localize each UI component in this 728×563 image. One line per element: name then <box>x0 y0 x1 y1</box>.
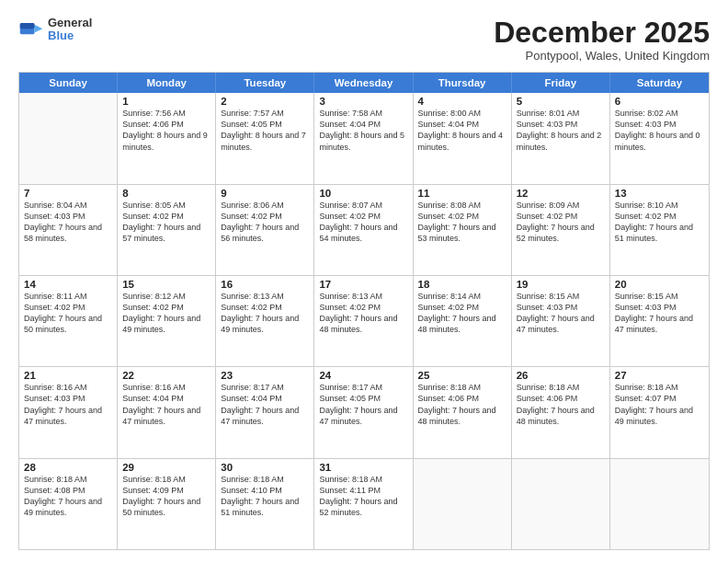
svg-marker-1 <box>35 25 43 33</box>
day-cell: 1Sunrise: 7:56 AM Sunset: 4:06 PM Daylig… <box>118 93 216 183</box>
day-cell: 6Sunrise: 8:02 AM Sunset: 4:03 PM Daylig… <box>610 93 709 183</box>
day-info: Sunrise: 8:18 AM Sunset: 4:06 PM Dayligh… <box>418 382 506 427</box>
day-number: 9 <box>221 188 309 199</box>
day-cell: 19Sunrise: 8:15 AM Sunset: 4:03 PM Dayli… <box>512 276 610 366</box>
calendar: SundayMondayTuesdayWednesdayThursdayFrid… <box>18 72 710 550</box>
page: General Blue December 2025 Pontypool, Wa… <box>0 0 728 563</box>
day-cell <box>610 459 709 549</box>
day-number: 26 <box>517 370 605 381</box>
day-number: 23 <box>221 370 309 381</box>
day-number: 2 <box>221 96 309 107</box>
day-number: 18 <box>418 279 506 290</box>
week-row-5: 28Sunrise: 8:18 AM Sunset: 4:08 PM Dayli… <box>19 459 709 549</box>
day-info: Sunrise: 8:10 AM Sunset: 4:02 PM Dayligh… <box>615 200 704 245</box>
day-number: 25 <box>418 370 506 381</box>
day-info: Sunrise: 8:13 AM Sunset: 4:02 PM Dayligh… <box>221 291 309 336</box>
day-number: 11 <box>418 188 506 199</box>
day-number: 21 <box>24 370 112 381</box>
day-number: 22 <box>122 370 210 381</box>
day-info: Sunrise: 8:02 AM Sunset: 4:03 PM Dayligh… <box>615 108 704 153</box>
day-info: Sunrise: 7:57 AM Sunset: 4:05 PM Dayligh… <box>221 108 309 153</box>
day-info: Sunrise: 8:15 AM Sunset: 4:03 PM Dayligh… <box>615 291 704 336</box>
week-row-1: 1Sunrise: 7:56 AM Sunset: 4:06 PM Daylig… <box>19 93 709 184</box>
day-cell: 15Sunrise: 8:12 AM Sunset: 4:02 PM Dayli… <box>118 276 216 366</box>
day-info: Sunrise: 8:16 AM Sunset: 4:04 PM Dayligh… <box>122 382 210 427</box>
day-cell: 26Sunrise: 8:18 AM Sunset: 4:06 PM Dayli… <box>512 367 610 457</box>
day-number: 17 <box>319 279 407 290</box>
day-info: Sunrise: 8:14 AM Sunset: 4:02 PM Dayligh… <box>418 291 506 336</box>
day-cell: 3Sunrise: 7:58 AM Sunset: 4:04 PM Daylig… <box>314 93 413 183</box>
day-info: Sunrise: 7:58 AM Sunset: 4:04 PM Dayligh… <box>319 108 407 153</box>
day-info: Sunrise: 8:18 AM Sunset: 4:10 PM Dayligh… <box>221 474 309 519</box>
logo-blue-text: Blue <box>48 29 92 42</box>
logo-text: General Blue <box>48 17 92 43</box>
day-number: 30 <box>221 462 309 473</box>
day-header-saturday: Saturday <box>610 73 709 93</box>
header: General Blue December 2025 Pontypool, Wa… <box>18 17 710 63</box>
day-cell: 22Sunrise: 8:16 AM Sunset: 4:04 PM Dayli… <box>118 367 216 457</box>
day-header-thursday: Thursday <box>414 73 512 93</box>
day-cell: 21Sunrise: 8:16 AM Sunset: 4:03 PM Dayli… <box>19 367 118 457</box>
day-number: 14 <box>24 279 112 290</box>
day-number: 16 <box>221 279 309 290</box>
day-info: Sunrise: 8:17 AM Sunset: 4:05 PM Dayligh… <box>319 382 407 427</box>
day-headers: SundayMondayTuesdayWednesdayThursdayFrid… <box>19 73 709 93</box>
day-cell: 7Sunrise: 8:04 AM Sunset: 4:03 PM Daylig… <box>19 185 118 275</box>
logo-general-text: General <box>48 17 92 29</box>
day-info: Sunrise: 8:18 AM Sunset: 4:06 PM Dayligh… <box>517 382 605 427</box>
week-row-3: 14Sunrise: 8:11 AM Sunset: 4:02 PM Dayli… <box>19 276 709 367</box>
day-number: 6 <box>615 96 704 107</box>
day-cell: 10Sunrise: 8:07 AM Sunset: 4:02 PM Dayli… <box>314 185 413 275</box>
logo-icon <box>18 17 44 42</box>
day-number: 27 <box>615 370 704 381</box>
day-info: Sunrise: 8:11 AM Sunset: 4:02 PM Dayligh… <box>24 291 112 336</box>
calendar-grid: 1Sunrise: 7:56 AM Sunset: 4:06 PM Daylig… <box>19 93 709 549</box>
day-number: 1 <box>122 96 210 107</box>
day-header-wednesday: Wednesday <box>314 73 413 93</box>
day-info: Sunrise: 8:08 AM Sunset: 4:02 PM Dayligh… <box>418 200 506 245</box>
day-header-tuesday: Tuesday <box>216 73 314 93</box>
day-cell: 9Sunrise: 8:06 AM Sunset: 4:02 PM Daylig… <box>216 185 314 275</box>
day-cell: 29Sunrise: 8:18 AM Sunset: 4:09 PM Dayli… <box>118 459 216 549</box>
day-number: 15 <box>122 279 210 290</box>
day-info: Sunrise: 8:18 AM Sunset: 4:11 PM Dayligh… <box>319 474 407 519</box>
day-cell: 2Sunrise: 7:57 AM Sunset: 4:05 PM Daylig… <box>216 93 314 183</box>
day-info: Sunrise: 8:18 AM Sunset: 4:09 PM Dayligh… <box>122 474 210 519</box>
subtitle: Pontypool, Wales, United Kingdom <box>494 49 710 63</box>
day-info: Sunrise: 8:18 AM Sunset: 4:08 PM Dayligh… <box>24 474 112 519</box>
day-number: 5 <box>517 96 605 107</box>
day-number: 31 <box>319 462 407 473</box>
day-cell: 20Sunrise: 8:15 AM Sunset: 4:03 PM Dayli… <box>610 276 709 366</box>
day-number: 13 <box>615 188 704 199</box>
day-info: Sunrise: 8:06 AM Sunset: 4:02 PM Dayligh… <box>221 200 309 245</box>
day-cell: 5Sunrise: 8:01 AM Sunset: 4:03 PM Daylig… <box>512 93 610 183</box>
day-number: 7 <box>24 188 112 199</box>
day-info: Sunrise: 8:12 AM Sunset: 4:02 PM Dayligh… <box>122 291 210 336</box>
day-cell: 14Sunrise: 8:11 AM Sunset: 4:02 PM Dayli… <box>19 276 118 366</box>
day-info: Sunrise: 8:07 AM Sunset: 4:02 PM Dayligh… <box>319 200 407 245</box>
day-cell: 16Sunrise: 8:13 AM Sunset: 4:02 PM Dayli… <box>216 276 314 366</box>
svg-rect-2 <box>20 23 35 29</box>
day-cell: 12Sunrise: 8:09 AM Sunset: 4:02 PM Dayli… <box>512 185 610 275</box>
day-cell: 24Sunrise: 8:17 AM Sunset: 4:05 PM Dayli… <box>314 367 413 457</box>
day-info: Sunrise: 8:09 AM Sunset: 4:02 PM Dayligh… <box>517 200 605 245</box>
day-number: 19 <box>517 279 605 290</box>
day-cell: 18Sunrise: 8:14 AM Sunset: 4:02 PM Dayli… <box>414 276 512 366</box>
day-info: Sunrise: 8:05 AM Sunset: 4:02 PM Dayligh… <box>122 200 210 245</box>
day-header-friday: Friday <box>512 73 610 93</box>
day-cell <box>512 459 610 549</box>
title-area: December 2025 Pontypool, Wales, United K… <box>494 17 710 63</box>
day-info: Sunrise: 8:17 AM Sunset: 4:04 PM Dayligh… <box>221 382 309 427</box>
day-number: 24 <box>319 370 407 381</box>
day-number: 28 <box>24 462 112 473</box>
day-number: 8 <box>122 188 210 199</box>
day-cell: 23Sunrise: 8:17 AM Sunset: 4:04 PM Dayli… <box>216 367 314 457</box>
day-cell: 27Sunrise: 8:18 AM Sunset: 4:07 PM Dayli… <box>610 367 709 457</box>
week-row-4: 21Sunrise: 8:16 AM Sunset: 4:03 PM Dayli… <box>19 367 709 458</box>
day-cell: 31Sunrise: 8:18 AM Sunset: 4:11 PM Dayli… <box>314 459 413 549</box>
day-info: Sunrise: 8:15 AM Sunset: 4:03 PM Dayligh… <box>517 291 605 336</box>
day-number: 20 <box>615 279 704 290</box>
day-cell: 17Sunrise: 8:13 AM Sunset: 4:02 PM Dayli… <box>314 276 413 366</box>
day-number: 4 <box>418 96 506 107</box>
day-cell <box>414 459 512 549</box>
